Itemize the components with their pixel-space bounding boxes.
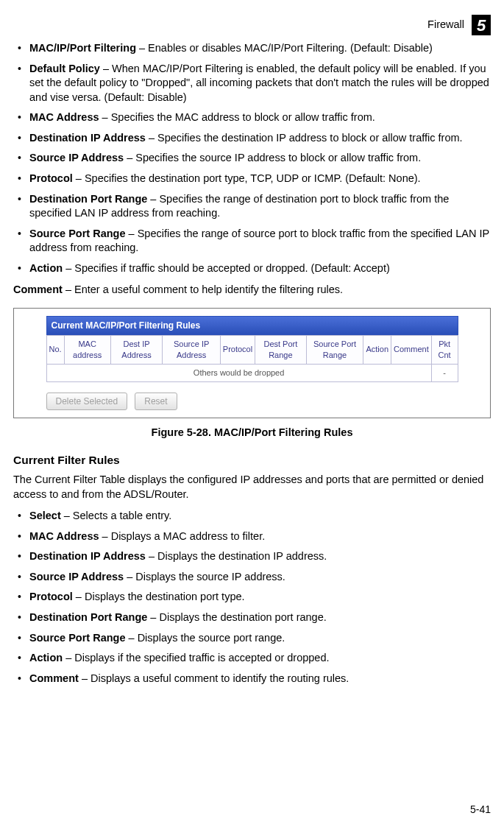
- desc: – Displays if the specified traffic is a…: [63, 652, 329, 664]
- list-item: MAC/IP/Port Filtering – Enables or disab…: [13, 41, 491, 56]
- table-header-row: No. MAC address Dest IP Address Source I…: [46, 336, 458, 365]
- list-item: Select – Selects a table entry.: [13, 509, 491, 524]
- rules-panel: Current MAC/IP/Port Filtering Rules No. …: [46, 316, 458, 410]
- term: MAC Address: [29, 111, 99, 123]
- desc: – Enter a useful comment to help identif…: [63, 284, 343, 295]
- term: Destination Port Range: [29, 611, 147, 623]
- list-item: Default Policy – When MAC/IP/Port Filter…: [13, 62, 491, 105]
- list-item: Source Port Range – Displays the source …: [13, 631, 491, 646]
- desc: – Displays a MAC address to filter.: [99, 530, 266, 542]
- table-row-empty: Others would be dropped -: [46, 364, 458, 381]
- list-item: Comment – Displays a useful comment to i…: [13, 672, 491, 686]
- section-heading-current-filter-rules: Current Filter Rules: [13, 453, 491, 468]
- bottom-bullet-list: Select – Selects a table entry. MAC Addr…: [13, 509, 491, 686]
- col-no: No.: [46, 336, 64, 365]
- list-item: MAC Address – Displays a MAC address to …: [13, 529, 491, 544]
- list-item: Action – Specifies if traffic should be …: [13, 261, 491, 276]
- term: MAC/IP/Port Filtering: [29, 42, 136, 54]
- desc: – Displays the destination IP address.: [146, 550, 327, 562]
- rules-table: No. MAC address Dest IP Address Source I…: [46, 335, 458, 382]
- desc: – Displays the source IP address.: [124, 571, 285, 583]
- desc: – Specifies the destination port type, T…: [73, 172, 421, 184]
- col-srcip: Source IP Address: [163, 336, 220, 365]
- term: Destination IP Address: [29, 550, 146, 562]
- figure-container: Current MAC/IP/Port Filtering Rules No. …: [13, 308, 491, 418]
- list-item: Source IP Address – Specifies the source…: [13, 151, 491, 166]
- section-intro: The Current Filter Table displays the co…: [13, 473, 491, 502]
- desc: – Specifies the source IP address to blo…: [124, 152, 421, 163]
- list-item: Action – Displays if the specified traff…: [13, 651, 491, 666]
- empty-row-text: Others would be dropped: [46, 364, 431, 381]
- term: Source IP Address: [29, 571, 124, 583]
- figure-caption: Figure 5-28. MAC/IP/Port Filtering Rules: [13, 426, 491, 440]
- page-header: Firewall 5: [13, 15, 491, 35]
- term: Default Policy: [29, 63, 100, 74]
- list-item: Destination Port Range – Specifies the r…: [13, 192, 491, 221]
- col-action: Action: [363, 336, 391, 365]
- desc: – Selects a table entry.: [61, 510, 171, 521]
- col-destip: Dest IP Address: [110, 336, 163, 365]
- list-item: Destination Port Range – Displays the de…: [13, 610, 491, 625]
- col-protocol: Protocol: [220, 336, 255, 365]
- term: Destination Port Range: [29, 193, 147, 205]
- list-item: Destination IP Address – Specifies the d…: [13, 131, 491, 146]
- desc: – Specifies the destination IP address t…: [146, 132, 463, 144]
- col-mac: MAC address: [64, 336, 110, 365]
- empty-row-tail: -: [431, 364, 458, 381]
- desc: – Displays the destination port type.: [73, 591, 245, 602]
- col-pktcnt: Pkt Cnt: [431, 336, 458, 365]
- comment-paragraph: Comment – Enter a useful comment to help…: [13, 283, 491, 298]
- term: Comment: [13, 284, 63, 295]
- desc: – Displays a useful comment to identify …: [79, 672, 349, 684]
- rules-title-bar: Current MAC/IP/Port Filtering Rules: [46, 316, 458, 335]
- col-comment: Comment: [391, 336, 432, 365]
- term: MAC Address: [29, 530, 99, 542]
- col-destport: Dest Port Range: [255, 336, 306, 365]
- desc: – Specifies the MAC address to block or …: [99, 111, 375, 123]
- list-item: Destination IP Address – Displays the de…: [13, 549, 491, 564]
- list-item: Source IP Address – Displays the source …: [13, 570, 491, 585]
- page-number: 5-41: [470, 803, 491, 817]
- list-item: MAC Address – Specifies the MAC address …: [13, 110, 491, 125]
- list-item: Protocol – Displays the destination port…: [13, 590, 491, 605]
- list-item: Source Port Range – Specifies the range …: [13, 227, 491, 256]
- term: Protocol: [29, 591, 73, 602]
- term: Source Port Range: [29, 228, 126, 239]
- term: Action: [29, 262, 63, 274]
- reset-button[interactable]: Reset: [135, 393, 177, 410]
- term: Action: [29, 652, 63, 664]
- term: Protocol: [29, 172, 73, 184]
- term: Source Port Range: [29, 632, 126, 644]
- desc: – Displays the destination port range.: [147, 611, 326, 623]
- term: Destination IP Address: [29, 132, 146, 144]
- desc: – Displays the source port range.: [126, 632, 285, 644]
- header-section-label: Firewall: [427, 18, 464, 32]
- list-item: Protocol – Specifies the destination por…: [13, 172, 491, 186]
- button-row: Delete Selected Reset: [46, 393, 458, 410]
- col-srcport: Source Port Range: [306, 336, 363, 365]
- desc: – Specifies if traffic should be accepte…: [63, 262, 390, 274]
- term: Source IP Address: [29, 152, 124, 163]
- term: Select: [29, 510, 61, 521]
- top-bullet-list: MAC/IP/Port Filtering – Enables or disab…: [13, 41, 491, 275]
- chapter-number-box: 5: [472, 15, 491, 35]
- term: Comment: [29, 672, 79, 684]
- desc: – Enables or disables MAC/IP/Port Filter…: [136, 42, 433, 54]
- delete-selected-button[interactable]: Delete Selected: [46, 393, 128, 410]
